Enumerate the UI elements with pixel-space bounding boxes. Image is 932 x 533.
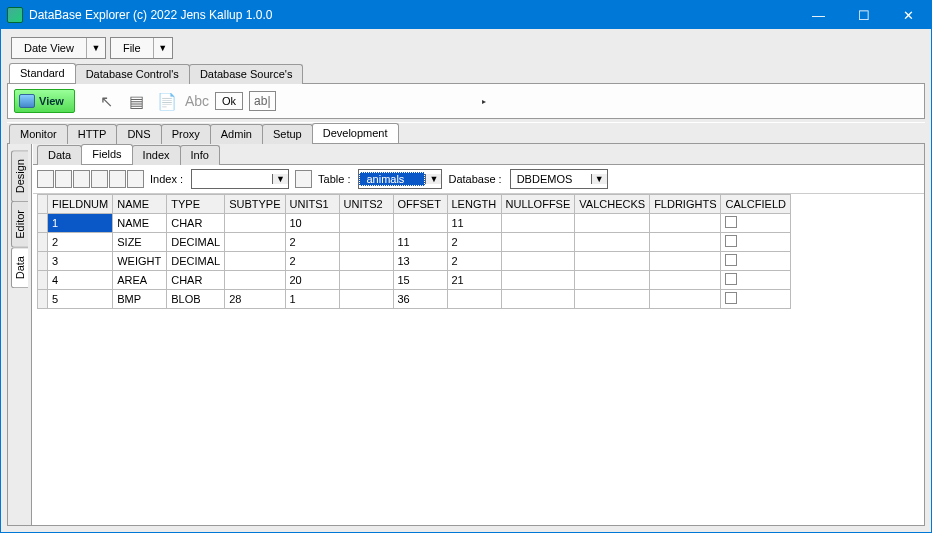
cell-length[interactable] (447, 290, 501, 309)
row-selector[interactable] (38, 233, 48, 252)
cell-fldrights[interactable] (650, 271, 721, 290)
report-icon[interactable]: 📄 (155, 89, 179, 113)
row-selector[interactable] (38, 214, 48, 233)
cell-offset[interactable]: 11 (393, 233, 447, 252)
cell-fieldnum[interactable]: 3 (48, 252, 113, 271)
nav-add-button[interactable] (109, 170, 126, 188)
cell-units2[interactable] (339, 271, 393, 290)
abc-label[interactable]: Abc (185, 93, 209, 109)
cell-calcfield[interactable] (721, 290, 791, 309)
nav-last-button[interactable] (91, 170, 108, 188)
checkbox[interactable] (725, 273, 737, 285)
cell-units1[interactable]: 2 (285, 252, 339, 271)
subtab-development[interactable]: Development (312, 123, 399, 143)
row-selector[interactable] (38, 252, 48, 271)
subtab-setup[interactable]: Setup (262, 124, 313, 144)
col-type[interactable]: TYPE (167, 195, 225, 214)
vtab-data[interactable]: Data (11, 247, 28, 288)
cell-calcfield[interactable] (721, 252, 791, 271)
cell-type[interactable]: DECIMAL (167, 252, 225, 271)
row-selector[interactable] (38, 290, 48, 309)
cell-length[interactable]: 11 (447, 214, 501, 233)
table-row[interactable]: 4AREACHAR201521 (38, 271, 791, 290)
cell-type[interactable]: BLOB (167, 290, 225, 309)
cell-type[interactable]: DECIMAL (167, 233, 225, 252)
cell-offset[interactable]: 36 (393, 290, 447, 309)
cell-length[interactable]: 2 (447, 252, 501, 271)
cell-nulloffse[interactable] (501, 233, 575, 252)
dropdown-icon[interactable]: ▼ (425, 174, 441, 184)
checkbox[interactable] (725, 235, 737, 247)
database-select[interactable]: DBDEMOS ▼ (510, 169, 608, 189)
checkbox[interactable] (725, 292, 737, 304)
cell-type[interactable]: CHAR (167, 271, 225, 290)
cell-subtype[interactable] (225, 214, 285, 233)
col-subtype[interactable]: SUBTYPE (225, 195, 285, 214)
cell-units1[interactable]: 20 (285, 271, 339, 290)
dropdown-icon[interactable]: ▼ (591, 174, 607, 184)
table-row[interactable]: 5BMPBLOB28136 (38, 290, 791, 309)
cell-length[interactable]: 21 (447, 271, 501, 290)
cell-name[interactable]: AREA (113, 271, 167, 290)
tab-standard[interactable]: Standard (9, 63, 76, 83)
cell-subtype[interactable] (225, 252, 285, 271)
vtab-design[interactable]: Design (11, 150, 28, 202)
itab-data[interactable]: Data (37, 145, 82, 165)
index-aux-button[interactable] (295, 170, 312, 188)
minimize-button[interactable]: — (796, 1, 841, 29)
cell-valchecks[interactable] (575, 271, 650, 290)
col-offset[interactable]: OFFSET (393, 195, 447, 214)
cell-offset[interactable] (393, 214, 447, 233)
cell-fieldnum[interactable]: 4 (48, 271, 113, 290)
cell-fieldnum[interactable]: 2 (48, 233, 113, 252)
cell-units2[interactable] (339, 252, 393, 271)
itab-index[interactable]: Index (132, 145, 181, 165)
itab-fields[interactable]: Fields (81, 144, 132, 164)
checkbox[interactable] (725, 216, 737, 228)
maximize-button[interactable]: ☐ (841, 1, 886, 29)
cell-valchecks[interactable] (575, 214, 650, 233)
cell-fldrights[interactable] (650, 233, 721, 252)
cell-name[interactable]: WEIGHT (113, 252, 167, 271)
subtab-dns[interactable]: DNS (116, 124, 161, 144)
cell-valchecks[interactable] (575, 252, 650, 271)
cell-nulloffse[interactable] (501, 214, 575, 233)
cell-valchecks[interactable] (575, 290, 650, 309)
cell-units2[interactable] (339, 290, 393, 309)
cell-calcfield[interactable] (721, 271, 791, 290)
cell-offset[interactable]: 15 (393, 271, 447, 290)
pointer-icon[interactable]: ↖ (95, 89, 119, 113)
cell-nulloffse[interactable] (501, 271, 575, 290)
col-units2[interactable]: UNITS2 (339, 195, 393, 214)
row-selector[interactable] (38, 271, 48, 290)
cell-type[interactable]: CHAR (167, 214, 225, 233)
cell-calcfield[interactable] (721, 214, 791, 233)
col-units1[interactable]: UNITS1 (285, 195, 339, 214)
cell-units1[interactable]: 10 (285, 214, 339, 233)
close-button[interactable]: ✕ (886, 1, 931, 29)
table-row[interactable]: 3WEIGHTDECIMAL2132 (38, 252, 791, 271)
col-name[interactable]: NAME (113, 195, 167, 214)
nav-first-button[interactable] (37, 170, 54, 188)
ok-button[interactable]: Ok (215, 92, 243, 110)
form-icon[interactable]: ▤ (125, 89, 149, 113)
cell-subtype[interactable] (225, 271, 285, 290)
dropdown-icon[interactable]: ▼ (272, 174, 288, 184)
nav-del-button[interactable] (127, 170, 144, 188)
col-valchecks[interactable]: VALCHECKS (575, 195, 650, 214)
cell-units2[interactable] (339, 214, 393, 233)
cell-fldrights[interactable] (650, 214, 721, 233)
cell-fldrights[interactable] (650, 252, 721, 271)
cell-nulloffse[interactable] (501, 290, 575, 309)
nav-prev-button[interactable] (55, 170, 72, 188)
col-nulloffse[interactable]: NULLOFFSE (501, 195, 575, 214)
table-row[interactable]: 1NAMECHAR1011 (38, 214, 791, 233)
cell-length[interactable]: 2 (447, 233, 501, 252)
col-calcfield[interactable]: CALCFIELD (721, 195, 791, 214)
cell-name[interactable]: BMP (113, 290, 167, 309)
col-length[interactable]: LENGTH (447, 195, 501, 214)
subtab-proxy[interactable]: Proxy (161, 124, 211, 144)
index-select[interactable]: ▼ (191, 169, 289, 189)
ab-edit-button[interactable]: ab| (249, 91, 275, 111)
col-fieldnum[interactable]: FIELDNUM (48, 195, 113, 214)
